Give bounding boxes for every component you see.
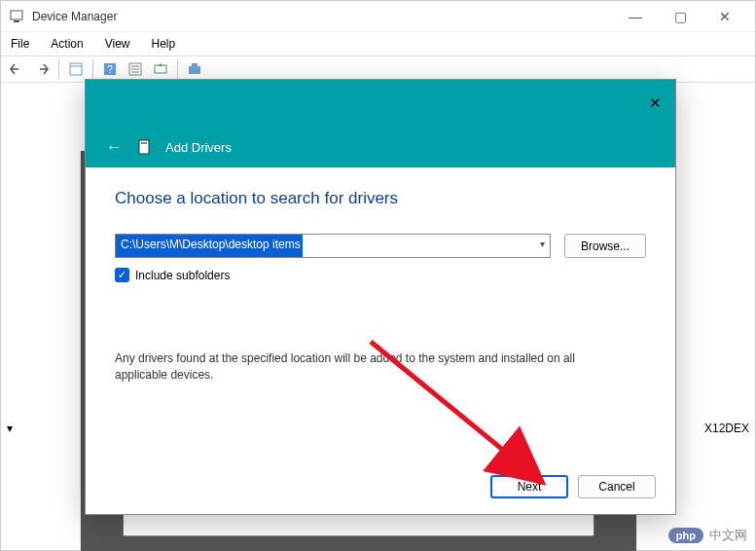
minimize-button[interactable]: —	[613, 1, 658, 32]
dialog-subtitle: Add Drivers	[165, 140, 232, 155]
tree-root-label: X12DEX	[704, 422, 749, 435]
dialog-header: ✕	[86, 80, 675, 127]
svg-rect-40	[141, 142, 147, 144]
menu-view[interactable]: View	[101, 35, 134, 53]
svg-rect-10	[155, 65, 166, 73]
svg-rect-2	[70, 63, 82, 75]
dialog-footer: Next Cancel	[490, 475, 656, 498]
device-manager-icon	[9, 9, 24, 24]
close-button[interactable]: ✕	[702, 1, 747, 32]
add-drivers-dialog: ✕ ← Add Drivers Choose a location to sea…	[85, 79, 676, 515]
checkbox-label: Include subfolders	[135, 269, 230, 282]
toolbar-separator	[92, 59, 93, 79]
svg-rect-12	[192, 63, 198, 66]
path-row: C:\Users\M\Desktop\desktop items ▾ Brows…	[115, 234, 646, 258]
dialog-subheader: ← Add Drivers	[86, 127, 675, 167]
dialog-close-button[interactable]: ✕	[649, 94, 662, 112]
php-logo: php	[668, 528, 703, 543]
show-hide-icon[interactable]	[64, 58, 88, 80]
maximize-button[interactable]: ▢	[658, 1, 702, 32]
window-title: Device Manager	[32, 10, 613, 23]
info-text: Any drivers found at the specified locat…	[115, 350, 630, 384]
back-icon[interactable]	[5, 58, 28, 80]
window-controls: — ▢ ✕	[613, 1, 747, 32]
dialog-body: Choose a location to search for drivers …	[86, 167, 675, 514]
watermark-text: 中文网	[709, 527, 747, 544]
properties-icon[interactable]	[124, 58, 147, 80]
scan-hardware-icon[interactable]	[183, 58, 206, 80]
path-input[interactable]	[115, 234, 551, 258]
forward-icon[interactable]	[30, 58, 54, 80]
next-button[interactable]: Next	[490, 475, 568, 498]
toolbar-separator	[177, 59, 178, 79]
update-driver-icon[interactable]	[149, 58, 172, 80]
include-subfolders-row[interactable]: ✓ Include subfolders	[115, 268, 646, 282]
menu-help[interactable]: Help	[148, 35, 180, 53]
titlebar: Device Manager — ▢ ✕	[1, 1, 755, 32]
menubar: File Action View Help	[1, 32, 755, 55]
svg-rect-1	[14, 20, 19, 22]
help-icon[interactable]: ?	[98, 58, 122, 80]
svg-rect-0	[11, 11, 22, 19]
device-manager-window: Device Manager — ▢ ✕ File Action View He…	[0, 0, 756, 551]
back-arrow-icon[interactable]: ←	[105, 137, 123, 158]
menu-file[interactable]: File	[7, 35, 33, 53]
checkbox-checked-icon[interactable]: ✓	[115, 268, 129, 282]
watermark: php 中文网	[668, 527, 747, 544]
cancel-button[interactable]: Cancel	[578, 475, 656, 498]
path-input-wrap: C:\Users\M\Desktop\desktop items ▾	[115, 234, 551, 258]
toolbar-separator	[58, 59, 59, 79]
chevron-down-icon: ▾	[7, 422, 13, 435]
svg-text:?: ?	[107, 64, 113, 75]
menu-action[interactable]: Action	[47, 35, 87, 53]
driver-icon	[136, 139, 152, 155]
svg-rect-11	[189, 66, 200, 74]
dialog-title: Choose a location to search for drivers	[115, 189, 646, 208]
browse-button[interactable]: Browse...	[564, 234, 646, 258]
